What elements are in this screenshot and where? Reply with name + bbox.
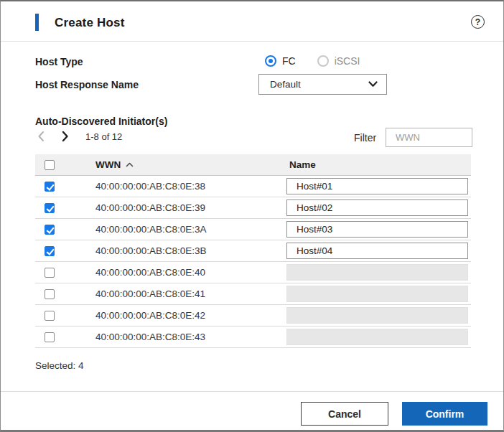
row-checkbox[interactable] — [45, 268, 55, 278]
table-header-row: WWN Name — [35, 154, 471, 176]
row-checkbox[interactable] — [45, 246, 55, 256]
wwn-cell: 40:00:00:00:AB:C8:0E:3A — [95, 224, 207, 235]
filter-label: Filter — [354, 132, 376, 144]
name-input[interactable] — [286, 286, 468, 302]
name-input[interactable] — [286, 178, 468, 194]
table-row: 40:00:00:00:AB:C8:0E:43 — [35, 327, 471, 348]
table-row: 40:00:00:00:AB:C8:0E:39 — [35, 197, 471, 219]
pagination: 1-8 of 12 — [34, 129, 122, 144]
filter-input[interactable] — [386, 128, 472, 147]
host-type-label: Host Type — [35, 56, 83, 67]
table-row: 40:00:00:00:AB:C8:0E:3A — [35, 219, 471, 240]
table-row: 40:00:00:00:AB:C8:0E:42 — [35, 305, 471, 327]
select-all-checkbox[interactable] — [45, 160, 55, 170]
confirm-button[interactable]: Confirm — [402, 402, 487, 426]
help-icon[interactable]: ? — [471, 15, 485, 29]
host-response-select[interactable]: Default — [258, 74, 387, 95]
dialog-title: Create Host — [55, 16, 125, 30]
wwn-cell: 40:00:00:00:AB:C8:0E:38 — [95, 181, 205, 192]
host-response-label: Host Response Name — [35, 79, 139, 90]
table-row: 40:00:00:00:AB:C8:0E:38 — [35, 176, 471, 197]
selected-count: Selected: 4 — [35, 360, 84, 371]
radio-fc[interactable] — [265, 55, 276, 67]
radio-iscsi[interactable] — [317, 55, 329, 67]
radio-iscsi-label: iSCSI — [335, 55, 360, 67]
table-row: 40:00:00:00:AB:C8:0E:3B — [35, 240, 471, 262]
name-column-header: Name — [289, 159, 316, 170]
name-input[interactable] — [286, 243, 468, 259]
wwn-cell: 40:00:00:00:AB:C8:0E:43 — [95, 332, 205, 342]
prev-page-icon[interactable] — [34, 129, 48, 144]
host-type-radio-group: FC iSCSI — [265, 55, 360, 67]
dialog-footer: Cancel Confirm — [1, 391, 503, 431]
wwn-cell: 40:00:00:00:AB:C8:0E:42 — [95, 310, 205, 321]
wwn-cell: 40:00:00:00:AB:C8:0E:39 — [95, 202, 205, 213]
name-input[interactable] — [286, 264, 468, 281]
row-checkbox[interactable] — [45, 182, 55, 192]
create-host-dialog: Create Host ? Host Type FC iSCSI Host Re… — [0, 0, 504, 432]
dialog-header: Create Host ? — [1, 1, 503, 42]
host-response-value: Default — [270, 79, 301, 90]
sort-asc-icon — [126, 162, 134, 167]
wwn-column-header[interactable]: WWN — [95, 159, 134, 170]
initiators-heading: Auto-Discovered Initiator(s) — [35, 116, 167, 127]
next-page-icon[interactable] — [58, 129, 73, 144]
name-input[interactable] — [286, 307, 468, 324]
initiator-table: WWN Name 40:00:00:00:AB:C8:0E:38 40:00:0… — [35, 154, 471, 348]
table-row: 40:00:00:00:AB:C8:0E:41 — [35, 283, 471, 305]
row-checkbox[interactable] — [45, 289, 55, 299]
radio-fc-label: FC — [282, 55, 296, 67]
row-checkbox[interactable] — [45, 311, 55, 321]
wwn-cell: 40:00:00:00:AB:C8:0E:41 — [95, 288, 205, 299]
name-input[interactable] — [286, 329, 468, 345]
table-row: 40:00:00:00:AB:C8:0E:40 — [35, 262, 471, 283]
initiator-table-body: 40:00:00:00:AB:C8:0E:38 40:00:00:00:AB:C… — [35, 176, 471, 348]
row-checkbox[interactable] — [45, 332, 55, 342]
chevron-down-icon — [368, 81, 378, 88]
wwn-cell: 40:00:00:00:AB:C8:0E:40 — [95, 267, 205, 278]
row-checkbox[interactable] — [45, 203, 55, 213]
page-range: 1-8 of 12 — [85, 131, 122, 142]
cancel-button[interactable]: Cancel — [301, 402, 388, 426]
wwn-cell: 40:00:00:00:AB:C8:0E:3B — [95, 245, 207, 256]
name-input[interactable] — [286, 199, 468, 216]
row-checkbox[interactable] — [45, 225, 55, 235]
name-input[interactable] — [286, 221, 468, 238]
accent-bar — [35, 14, 39, 31]
